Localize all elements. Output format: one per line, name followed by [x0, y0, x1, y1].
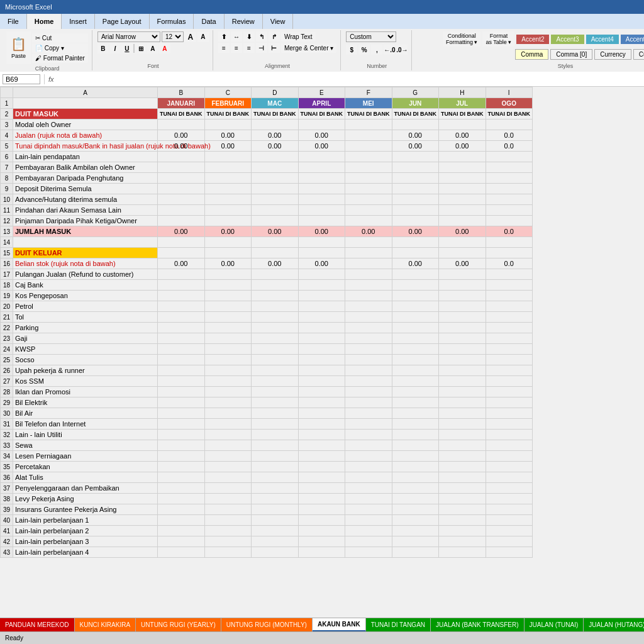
cell-e17[interactable] — [298, 269, 345, 280]
cell-c39[interactable] — [204, 504, 252, 515]
cell-e28[interactable] — [298, 387, 345, 397]
cell-month-3[interactable]: APRIL — [298, 98, 345, 109]
cell-a32[interactable]: Lain - lain Utiliti — [13, 430, 158, 440]
cell-e27[interactable] — [298, 376, 345, 387]
cell-b14[interactable] — [158, 237, 205, 248]
cell-f3[interactable] — [345, 119, 392, 130]
cell-g31[interactable] — [392, 419, 439, 430]
cell-c6[interactable] — [204, 152, 252, 162]
tab-untung-rugi-yearly[interactable]: UNTUNG RUGI (YEARLY) — [136, 618, 221, 631]
cell-e16[interactable]: 0.00 — [298, 258, 345, 269]
cell-e42[interactable] — [298, 536, 345, 547]
cell-subhead-6[interactable]: TUNAI DI BANK — [439, 109, 486, 119]
cell-b29[interactable] — [158, 397, 205, 408]
decrease-indent-button[interactable]: ⊣ — [256, 43, 267, 53]
cell-h33[interactable] — [439, 440, 486, 451]
increase-indent-button[interactable]: ⊢ — [269, 43, 280, 53]
cell-a25[interactable]: Socso — [13, 355, 158, 365]
cell-g37[interactable] — [392, 483, 439, 494]
cell-i38[interactable] — [486, 494, 533, 504]
cell-c26[interactable] — [204, 365, 252, 376]
cell-f39[interactable] — [345, 504, 392, 515]
cell-a27[interactable]: Kos SSM — [13, 376, 158, 387]
cell-e14[interactable] — [298, 237, 345, 248]
cell-a26[interactable]: Upah pekerja & runner — [13, 365, 158, 376]
cell-i11[interactable] — [486, 205, 533, 216]
cell-b42[interactable] — [158, 536, 205, 547]
cell-h19[interactable] — [439, 291, 486, 301]
cell-i10[interactable] — [486, 194, 533, 205]
cell-g36[interactable] — [392, 472, 439, 483]
cell-i23[interactable] — [486, 333, 533, 344]
cell-c21[interactable] — [204, 312, 252, 323]
cell-b34[interactable] — [158, 451, 205, 462]
cell-f28[interactable] — [345, 387, 392, 397]
cell-f29[interactable] — [345, 397, 392, 408]
cell-a42[interactable]: Lain-lain perbelanjaan 3 — [13, 536, 158, 547]
cell-a15[interactable]: DUIT KELUAR — [13, 248, 158, 258]
cell-month-6[interactable]: JUL — [439, 98, 486, 109]
cell-e7[interactable] — [298, 162, 345, 173]
cell-i33[interactable] — [486, 440, 533, 451]
cell-subhead-1[interactable]: TUNAI DI BANK — [204, 109, 252, 119]
cell-h36[interactable] — [439, 472, 486, 483]
cell-i22[interactable] — [486, 323, 533, 333]
cell-e37[interactable] — [298, 483, 345, 494]
comma0-style[interactable]: Comma [0] — [550, 49, 592, 60]
cell-e26[interactable] — [298, 365, 345, 376]
cell-h31[interactable] — [439, 419, 486, 430]
cell-g28[interactable] — [392, 387, 439, 397]
cell-h7[interactable] — [439, 162, 486, 173]
cell-e15[interactable] — [298, 248, 345, 258]
cell-d42[interactable] — [252, 536, 299, 547]
cell-b3[interactable] — [158, 119, 205, 130]
cell-a31[interactable]: Bil Telefon dan Internet — [13, 419, 158, 430]
tab-untung-rugi-monthly[interactable]: UNTUNG RUGI (MONTHLY) — [221, 618, 313, 631]
cell-c30[interactable] — [204, 408, 252, 419]
cell-d3[interactable] — [252, 119, 299, 130]
cell-a14[interactable] — [13, 237, 158, 248]
cell-a7[interactable]: Pembayaran Balik Ambilan oleh Owner — [13, 162, 158, 173]
cell-h23[interactable] — [439, 333, 486, 344]
col-i-header[interactable]: I — [486, 87, 533, 98]
cell-subhead-5[interactable]: TUNAI DI BANK — [392, 109, 439, 119]
cell-month-5[interactable]: JUN — [392, 98, 439, 109]
cell-e32[interactable] — [298, 430, 345, 440]
cell-d33[interactable] — [252, 440, 299, 451]
cell-e6[interactable] — [298, 152, 345, 162]
cell-b35[interactable] — [158, 462, 205, 472]
tab-kunci-kirakira[interactable]: KUNCI KIRAKIRA — [75, 618, 136, 631]
accent5-style[interactable]: Accent5 — [621, 35, 644, 44]
format-painter-button[interactable]: 🖌 Format Painter — [32, 53, 88, 63]
align-middle-button[interactable]: ↔ — [231, 31, 242, 42]
cell-a3[interactable]: Modal oleh Owner — [13, 119, 158, 130]
cell-a18[interactable]: Caj Bank — [13, 280, 158, 291]
cell-a19[interactable]: Kos Pengeposan — [13, 291, 158, 301]
accent4-style[interactable]: Accent4 — [586, 35, 619, 44]
cell-month-1[interactable]: FEBRUARI — [204, 98, 252, 109]
col-g-header[interactable]: G — [392, 87, 439, 98]
cell-a11[interactable]: Pindahan dari Akaun Semasa Lain — [13, 205, 158, 216]
cell-a43[interactable]: Lain-lain perbelanjaan 4 — [13, 547, 158, 558]
cell-b23[interactable] — [158, 333, 205, 344]
cell-c15[interactable] — [204, 248, 252, 258]
cell-i13[interactable]: 0.0 — [486, 226, 533, 237]
cell-h14[interactable] — [439, 237, 486, 248]
cell-i6[interactable] — [486, 152, 533, 162]
cell-h3[interactable] — [439, 119, 486, 130]
cell-i21[interactable] — [486, 312, 533, 323]
cell-h9[interactable] — [439, 184, 486, 194]
wrap-text-button[interactable]: Wrap Text — [281, 32, 316, 42]
cell-g8[interactable] — [392, 173, 439, 184]
cell-g35[interactable] — [392, 462, 439, 472]
cell-i16[interactable]: 0.0 — [486, 258, 533, 269]
cell-a36[interactable]: Alat Tulis — [13, 472, 158, 483]
cell-g14[interactable] — [392, 237, 439, 248]
cell-h42[interactable] — [439, 536, 486, 547]
cell-i40[interactable] — [486, 515, 533, 526]
font-name-select[interactable]: Arial Narrow — [97, 31, 160, 42]
cell-b6[interactable] — [158, 152, 205, 162]
cell-g19[interactable] — [392, 291, 439, 301]
cell-g38[interactable] — [392, 494, 439, 504]
cell-i25[interactable] — [486, 355, 533, 365]
